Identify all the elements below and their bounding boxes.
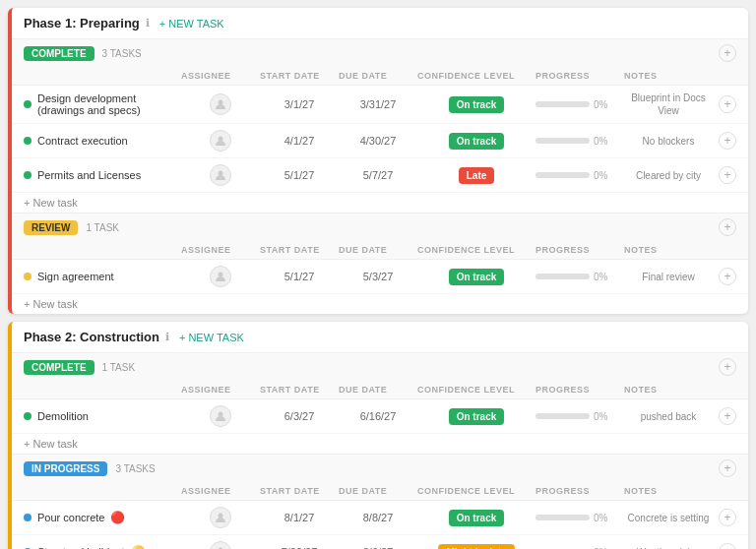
section-status-badge: REVIEW: [24, 220, 78, 235]
section-add-icon[interactable]: +: [719, 358, 736, 376]
svg-point-5: [219, 514, 223, 518]
assignee-avatar[interactable]: [210, 164, 231, 186]
row-action[interactable]: +: [713, 543, 736, 549]
column-headers: ASSIGNEESTART DATEDUE DATECONFIDENCE LEV…: [12, 381, 748, 399]
confidence-cell: Late: [417, 169, 536, 181]
notes-cell: Final review: [624, 271, 713, 283]
row-action[interactable]: +: [713, 132, 736, 150]
col-header-0: ASSIGNEE: [181, 71, 260, 81]
row-action[interactable]: +: [713, 407, 736, 425]
col-header-5: NOTES: [624, 245, 713, 255]
column-headers: ASSIGNEESTART DATEDUE DATECONFIDENCE LEV…: [12, 67, 748, 86]
section-status-badge: IN PROGRESS: [24, 461, 107, 476]
add-new-task-link[interactable]: + New task: [12, 294, 90, 314]
confidence-badge: On track: [449, 133, 505, 150]
due-date: 5/7/27: [339, 169, 417, 181]
section-add-icon[interactable]: +: [719, 459, 736, 477]
row-action[interactable]: +: [713, 95, 736, 113]
section-header: IN PROGRESS 3 TASKS +: [12, 454, 748, 482]
start-date: 5/1/27: [260, 169, 339, 181]
add-new-task-link[interactable]: + New task: [12, 434, 90, 454]
assignee-avatar[interactable]: [210, 93, 231, 115]
col-header-4: PROGRESS: [536, 486, 624, 496]
progress-cell: 0%: [536, 170, 624, 181]
assignee-cell[interactable]: [181, 164, 260, 186]
confidence-badge: On track: [449, 408, 505, 425]
row-action[interactable]: +: [713, 166, 736, 184]
progress-bar: 0%: [536, 513, 624, 523]
phase-new-task-link[interactable]: + NEW TASK: [159, 18, 224, 30]
phase-info-icon[interactable]: ℹ: [165, 331, 169, 343]
section-add-icon[interactable]: +: [719, 44, 736, 62]
assignee-avatar[interactable]: [210, 541, 231, 549]
task-name: Sign agreement: [24, 271, 181, 282]
phase-block: Phase 2: Construction ℹ + NEW TASK COMPL…: [8, 322, 748, 549]
svg-point-0: [219, 100, 223, 105]
section-task-count: 1 TASK: [86, 222, 119, 233]
table-row: Pour concrete 🔴 8/1/27 8/8/27 On track 0…: [12, 501, 748, 535]
due-date: 4/30/27: [339, 135, 417, 147]
start-date: 4/1/27: [260, 135, 339, 147]
assignee-cell[interactable]: [181, 507, 260, 528]
task-status-dot: [24, 514, 32, 521]
phase-block: Phase 1: Preparing ℹ + NEW TASK COMPLETE…: [8, 8, 748, 314]
add-new-task-link[interactable]: + New task: [12, 193, 90, 213]
row-action[interactable]: +: [713, 268, 736, 285]
assignee-avatar[interactable]: [210, 507, 231, 528]
table-row: Design development (drawings and specs) …: [12, 86, 748, 124]
task-status-dot: [24, 137, 32, 145]
start-date: 5/1/27: [260, 271, 339, 282]
section-status-badge: COMPLETE: [24, 46, 94, 61]
col-task: [24, 71, 181, 81]
col-header-2: DUE DATE: [339, 486, 417, 496]
col-task: [24, 385, 181, 395]
col-header-3: CONFIDENCE LEVEL: [417, 486, 536, 496]
section-header: COMPLETE 3 TASKS +: [12, 38, 748, 67]
col-header-1: START DATE: [260, 385, 339, 395]
table-row: Permits and Licenses 5/1/27 5/7/27 Late …: [12, 158, 748, 193]
assignee-avatar[interactable]: [210, 130, 231, 152]
task-status-dot: [24, 100, 32, 108]
start-date: 8/1/27: [260, 512, 339, 523]
task-name: Pour concrete 🔴: [24, 511, 181, 524]
col-header-2: DUE DATE: [339, 385, 417, 395]
notes-cell: Blueprint in Docs View: [624, 92, 713, 117]
progress-cell: 0%: [536, 136, 624, 147]
row-action[interactable]: +: [713, 509, 736, 526]
assignee-avatar[interactable]: [210, 405, 231, 427]
section-add-icon[interactable]: +: [719, 218, 736, 236]
section-header: COMPLETE 1 TASK +: [12, 352, 748, 381]
column-headers: ASSIGNEESTART DATEDUE DATECONFIDENCE LEV…: [12, 482, 748, 501]
task-name: Permits and Licenses: [24, 169, 181, 181]
svg-point-2: [219, 171, 223, 176]
section-task-count: 3 TASKS: [115, 463, 155, 474]
task-status-dot: [24, 171, 32, 179]
notes-cell: Cleared by city: [624, 169, 713, 182]
phase-new-task-link[interactable]: + NEW TASK: [179, 332, 244, 343]
svg-point-1: [219, 137, 223, 142]
col-header-1: START DATE: [260, 245, 339, 255]
section-status-badge: COMPLETE: [24, 360, 94, 375]
table-row: Demolition 6/3/27 6/16/27 On track 0% pu…: [12, 399, 748, 434]
col-header-1: START DATE: [260, 486, 339, 496]
col-header-5: NOTES: [624, 385, 713, 395]
assignee-cell[interactable]: [181, 405, 260, 427]
confidence-badge: Might be late: [438, 544, 514, 549]
table-row: Structural buildout 🟡 7/30/27 8/6/27 Mig…: [12, 535, 748, 549]
assignee-cell[interactable]: [181, 130, 260, 152]
assignee-avatar[interactable]: [210, 266, 231, 287]
phase-header: Phase 1: Preparing ℹ + NEW TASK: [12, 8, 748, 38]
section-block: REVIEW 1 TASK + ASSIGNEESTART DATEDUE DA…: [12, 213, 748, 314]
section-task-count: 3 TASKS: [102, 48, 142, 59]
table-row: Sign agreement 5/1/27 5/3/27 On track 0%…: [12, 260, 748, 294]
assignee-cell[interactable]: [181, 541, 260, 549]
task-status-dot: [24, 273, 32, 280]
svg-point-3: [219, 273, 223, 277]
phase-info-icon[interactable]: ℹ: [146, 17, 150, 30]
col-header-4: PROGRESS: [536, 385, 624, 395]
col-header-1: START DATE: [260, 71, 339, 81]
assignee-cell[interactable]: [181, 93, 260, 115]
assignee-cell[interactable]: [181, 266, 260, 287]
col-header-5: NOTES: [624, 486, 713, 496]
col-header-3: CONFIDENCE LEVEL: [417, 71, 536, 81]
